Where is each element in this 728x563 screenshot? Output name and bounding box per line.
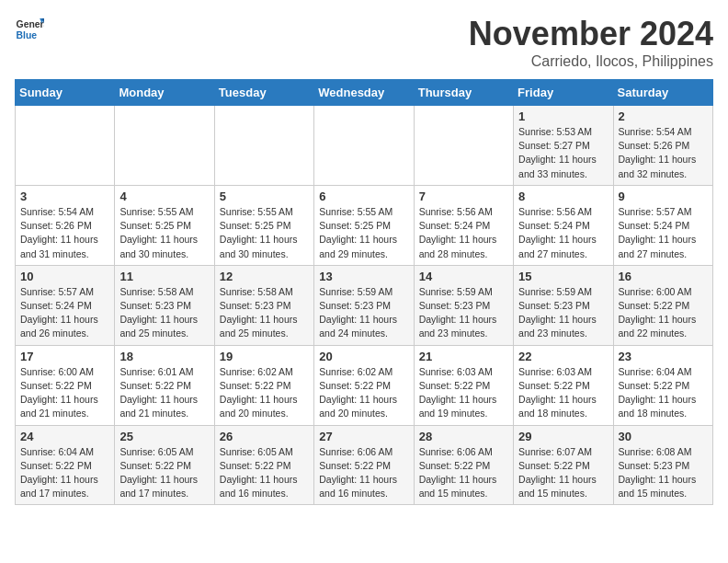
calendar-cell: 28Sunrise: 6:06 AM Sunset: 5:22 PM Dayli… [414,425,513,505]
day-number: 22 [518,350,608,363]
weekday-tuesday: Tuesday [214,80,313,106]
day-number: 9 [619,190,708,203]
day-info: Sunrise: 5:54 AM Sunset: 5:26 PM Dayligh… [619,125,708,181]
day-info: Sunrise: 5:56 AM Sunset: 5:24 PM Dayligh… [518,205,608,261]
calendar-cell: 19Sunrise: 6:02 AM Sunset: 5:22 PM Dayli… [214,345,313,425]
day-info: Sunrise: 6:08 AM Sunset: 5:23 PM Dayligh… [619,445,708,501]
day-info: Sunrise: 6:02 AM Sunset: 5:22 PM Dayligh… [319,365,408,421]
calendar-cell: 5Sunrise: 5:55 AM Sunset: 5:25 PM Daylig… [214,185,313,265]
day-info: Sunrise: 6:03 AM Sunset: 5:22 PM Dayligh… [518,365,608,421]
day-number: 5 [220,190,309,203]
day-number: 15 [518,270,608,283]
calendar-cell: 8Sunrise: 5:56 AM Sunset: 5:24 PM Daylig… [514,185,613,265]
calendar-cell: 17Sunrise: 6:00 AM Sunset: 5:22 PM Dayli… [16,345,115,425]
page-header: General Blue November 2024 Carriedo, Ilo… [15,15,713,70]
calendar-cell: 14Sunrise: 5:59 AM Sunset: 5:23 PM Dayli… [414,265,513,345]
day-number: 10 [20,270,109,283]
day-info: Sunrise: 6:05 AM Sunset: 5:22 PM Dayligh… [119,445,209,501]
day-info: Sunrise: 5:55 AM Sunset: 5:25 PM Dayligh… [119,205,209,261]
calendar-cell [16,106,115,186]
day-info: Sunrise: 6:07 AM Sunset: 5:22 PM Dayligh… [518,445,608,501]
day-number: 8 [518,190,608,203]
day-number: 29 [518,430,608,443]
day-number: 3 [20,190,109,203]
title-block: November 2024 Carriedo, Ilocos, Philippi… [469,15,713,70]
day-number: 21 [419,350,508,363]
calendar-cell: 23Sunrise: 6:04 AM Sunset: 5:22 PM Dayli… [613,345,712,425]
month-title: November 2024 [469,15,713,53]
day-number: 13 [319,270,408,283]
day-number: 30 [619,430,708,443]
calendar-cell: 22Sunrise: 6:03 AM Sunset: 5:22 PM Dayli… [514,345,613,425]
weekday-saturday: Saturday [613,80,712,106]
calendar-cell [214,106,313,186]
day-info: Sunrise: 6:04 AM Sunset: 5:22 PM Dayligh… [20,445,109,501]
calendar-cell: 25Sunrise: 6:05 AM Sunset: 5:22 PM Dayli… [115,425,214,505]
weekday-thursday: Thursday [414,80,513,106]
day-number: 16 [619,270,708,283]
day-number: 1 [518,109,608,123]
day-info: Sunrise: 5:58 AM Sunset: 5:23 PM Dayligh… [220,285,309,341]
weekday-sunday: Sunday [16,80,115,106]
day-number: 12 [220,270,309,283]
day-number: 20 [319,350,408,363]
calendar-cell: 11Sunrise: 5:58 AM Sunset: 5:23 PM Dayli… [115,265,214,345]
calendar-cell: 26Sunrise: 6:05 AM Sunset: 5:22 PM Dayli… [214,425,313,505]
day-number: 6 [319,190,408,203]
calendar-cell: 6Sunrise: 5:55 AM Sunset: 5:25 PM Daylig… [314,185,414,265]
week-row-5: 24Sunrise: 6:04 AM Sunset: 5:22 PM Dayli… [16,425,713,505]
day-number: 11 [119,270,209,283]
calendar-cell: 7Sunrise: 5:56 AM Sunset: 5:24 PM Daylig… [414,185,513,265]
day-info: Sunrise: 5:59 AM Sunset: 5:23 PM Dayligh… [419,285,508,341]
calendar-cell: 13Sunrise: 5:59 AM Sunset: 5:23 PM Dayli… [314,265,414,345]
day-info: Sunrise: 5:59 AM Sunset: 5:23 PM Dayligh… [319,285,408,341]
week-row-1: 1Sunrise: 5:53 AM Sunset: 5:27 PM Daylig… [16,106,713,186]
calendar-cell: 15Sunrise: 5:59 AM Sunset: 5:23 PM Dayli… [514,265,613,345]
calendar-cell [414,106,513,186]
day-number: 2 [619,109,708,123]
day-info: Sunrise: 6:01 AM Sunset: 5:22 PM Dayligh… [119,365,209,421]
calendar-cell: 2Sunrise: 5:54 AM Sunset: 5:26 PM Daylig… [613,106,712,186]
day-info: Sunrise: 5:55 AM Sunset: 5:25 PM Dayligh… [319,205,408,261]
day-info: Sunrise: 6:00 AM Sunset: 5:22 PM Dayligh… [619,285,708,341]
day-number: 26 [220,430,309,443]
svg-text:Blue: Blue [17,30,38,40]
day-info: Sunrise: 6:04 AM Sunset: 5:22 PM Dayligh… [619,365,708,421]
day-number: 24 [20,430,109,443]
weekday-friday: Friday [514,80,613,106]
calendar-cell: 29Sunrise: 6:07 AM Sunset: 5:22 PM Dayli… [514,425,613,505]
day-info: Sunrise: 5:54 AM Sunset: 5:26 PM Dayligh… [20,205,109,261]
week-row-3: 10Sunrise: 5:57 AM Sunset: 5:24 PM Dayli… [16,265,713,345]
day-number: 7 [419,190,508,203]
day-info: Sunrise: 6:06 AM Sunset: 5:22 PM Dayligh… [319,445,408,501]
day-info: Sunrise: 5:53 AM Sunset: 5:27 PM Dayligh… [518,125,608,181]
calendar-cell: 16Sunrise: 6:00 AM Sunset: 5:22 PM Dayli… [613,265,712,345]
calendar-cell: 27Sunrise: 6:06 AM Sunset: 5:22 PM Dayli… [314,425,414,505]
day-info: Sunrise: 5:58 AM Sunset: 5:23 PM Dayligh… [119,285,209,341]
calendar-cell: 4Sunrise: 5:55 AM Sunset: 5:25 PM Daylig… [115,185,214,265]
calendar-cell: 18Sunrise: 6:01 AM Sunset: 5:22 PM Dayli… [115,345,214,425]
day-number: 28 [419,430,508,443]
calendar-cell: 20Sunrise: 6:02 AM Sunset: 5:22 PM Dayli… [314,345,414,425]
calendar-cell [115,106,214,186]
day-info: Sunrise: 5:57 AM Sunset: 5:24 PM Dayligh… [20,285,109,341]
logo-icon: General Blue [15,15,44,44]
location-title: Carriedo, Ilocos, Philippines [469,53,713,70]
day-info: Sunrise: 5:59 AM Sunset: 5:23 PM Dayligh… [518,285,608,341]
calendar-cell: 21Sunrise: 6:03 AM Sunset: 5:22 PM Dayli… [414,345,513,425]
calendar-cell: 30Sunrise: 6:08 AM Sunset: 5:23 PM Dayli… [613,425,712,505]
day-number: 19 [220,350,309,363]
day-info: Sunrise: 5:55 AM Sunset: 5:25 PM Dayligh… [220,205,309,261]
day-info: Sunrise: 6:02 AM Sunset: 5:22 PM Dayligh… [220,365,309,421]
calendar-cell: 3Sunrise: 5:54 AM Sunset: 5:26 PM Daylig… [16,185,115,265]
weekday-header-row: SundayMondayTuesdayWednesdayThursdayFrid… [16,80,713,106]
weekday-monday: Monday [115,80,214,106]
calendar-table: SundayMondayTuesdayWednesdayThursdayFrid… [15,79,713,505]
svg-text:General: General [17,19,44,29]
day-info: Sunrise: 6:06 AM Sunset: 5:22 PM Dayligh… [419,445,508,501]
calendar-body: 1Sunrise: 5:53 AM Sunset: 5:27 PM Daylig… [16,106,713,505]
week-row-4: 17Sunrise: 6:00 AM Sunset: 5:22 PM Dayli… [16,345,713,425]
logo: General Blue [15,15,44,44]
day-number: 23 [619,350,708,363]
day-number: 4 [119,190,209,203]
